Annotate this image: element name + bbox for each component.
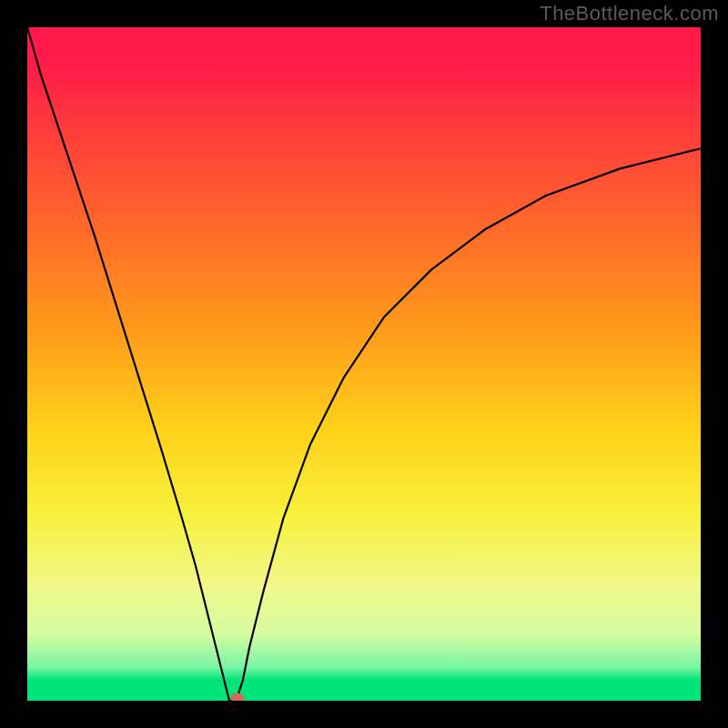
bottleneck-curve bbox=[27, 27, 701, 701]
chart-frame: TheBottleneck.com bbox=[0, 0, 728, 728]
plot-area bbox=[27, 27, 701, 701]
minimum-marker-icon bbox=[230, 693, 244, 702]
watermark-text: TheBottleneck.com bbox=[540, 2, 719, 25]
